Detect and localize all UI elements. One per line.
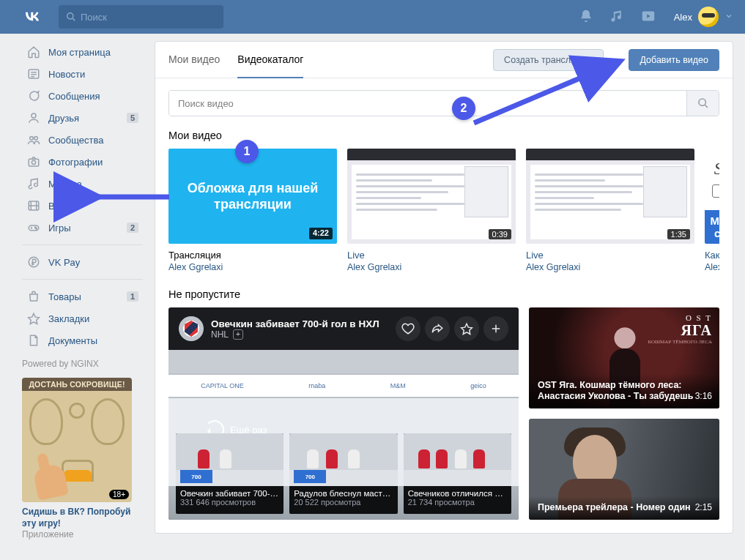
nav-photos[interactable]: Фотографии (22, 151, 143, 173)
ost-logo: O S T ЯГА КОШМАР ТЁМНОГО ЛЕСА (648, 313, 713, 345)
mini-video[interactable]: 700 Радулов блеснул мастерс… 20 522 прос… (289, 433, 397, 514)
nav-label: Фотографии (48, 157, 103, 168)
nav-groups[interactable]: Сообщества (22, 129, 143, 151)
search-icon (66, 12, 76, 22)
svg-marker-22 (29, 313, 40, 324)
video-card-peek[interactable]: Soc Вид Масте скри Как сдела Alex Ggre (705, 149, 719, 272)
featured-main[interactable]: Овечкин забивает 700-й гол в НХЛ NHL+ (168, 307, 519, 520)
nhl-logo-icon (179, 316, 204, 341)
nav-badge: 1 (127, 291, 138, 302)
nav-messages[interactable]: Сообщения (22, 85, 143, 107)
top-bar: Alex (0, 0, 745, 34)
tab-my-videos[interactable]: Мои видео (168, 42, 220, 78)
mini-views: 21 734 просмотра (404, 498, 511, 507)
user-menu[interactable]: Alex (674, 7, 733, 27)
mini-views: 331 646 просмотров (176, 498, 283, 507)
top-icon-group (579, 8, 656, 26)
promo-block[interactable]: ДОСТАНЬ СОКРОВИЩЕ! 18+ Сидишь в ВК? Попр… (22, 378, 132, 540)
age-badge: 18+ (109, 490, 129, 499)
svg-point-20 (36, 228, 37, 229)
video-card[interactable]: 1:35 Live Alex Ggrelaxi (526, 149, 694, 272)
side-duration: 2:15 (695, 502, 712, 512)
svg-point-23 (699, 99, 705, 105)
tab-catalog[interactable]: Видеокаталог (237, 42, 303, 78)
nav-label: Документы (48, 335, 97, 346)
peek-pill: Вид (712, 184, 719, 198)
video-title: Live (526, 250, 694, 261)
chevron-down-icon (724, 12, 733, 23)
like-button[interactable] (396, 316, 420, 341)
user-name: Alex (674, 12, 692, 23)
nav-docs[interactable]: Документы (22, 329, 143, 351)
duration-badge: 4:22 (309, 228, 333, 239)
nav-video[interactable]: Видео (22, 195, 143, 217)
news-icon (26, 67, 41, 81)
video-thumb: Обложка для нашей трансляции4:22 (168, 149, 337, 244)
video-card[interactable]: Обложка для нашей трансляции4:22 Трансля… (168, 149, 337, 272)
tabs-bar: Мои видео Видеокаталог Создать трансляци… (155, 42, 733, 78)
video-search-input[interactable] (169, 91, 686, 116)
video-author[interactable]: Alex Ggrelaxi (347, 262, 516, 272)
svg-line-1 (73, 18, 75, 20)
nav-label: Видео (48, 201, 76, 212)
gamepad-icon (26, 221, 41, 234)
nav-label: Друзья (48, 113, 79, 124)
promo-image: ДОСТАНЬ СОКРОВИЩЕ! 18+ (22, 378, 132, 502)
mini-title: Овечкин забивает 700-й г… (176, 486, 283, 498)
home-icon (26, 45, 41, 59)
video-title: Как сдела (705, 250, 719, 261)
notifications-icon[interactable] (579, 9, 593, 26)
vk-logo-icon[interactable] (22, 6, 44, 29)
video-author[interactable]: Alex Ggrelaxi (168, 262, 337, 272)
svg-point-0 (67, 13, 73, 19)
video-author[interactable]: Alex Ggre (705, 262, 719, 272)
video-author[interactable]: Alex Ggrelaxi (526, 262, 694, 272)
nav-label: Новости (48, 69, 85, 80)
mini-video[interactable]: Свечников отличился в ОТ 21 734 просмотр… (404, 433, 511, 514)
music-icon[interactable] (609, 9, 624, 26)
nav-my-page[interactable]: Моя страница (22, 41, 143, 63)
global-search[interactable] (59, 5, 223, 29)
section-title-dont-miss: Не пропустите (168, 288, 719, 300)
nav-label: VK Pay (48, 257, 80, 268)
plus-icon: + (233, 329, 243, 340)
video-thumb: Soc Вид Масте скри (705, 149, 719, 244)
add-video-button[interactable]: Добавить видео (629, 49, 719, 71)
nav-vkpay[interactable]: VK Pay (22, 251, 143, 273)
side-video-card[interactable]: Премьера трейлера - Номер один 2:15 (529, 419, 719, 520)
mini-title: Свечников отличился в ОТ (404, 486, 511, 498)
nav-market[interactable]: Товары1 (22, 285, 143, 307)
nav-music[interactable]: Музыка (22, 173, 143, 195)
create-stream-button[interactable]: Создать трансляцию (493, 49, 604, 71)
nav-news[interactable]: Новости (22, 63, 143, 85)
nav-friends[interactable]: Друзья5 (22, 107, 143, 129)
share-button[interactable] (425, 316, 450, 341)
avatar (698, 7, 719, 27)
duration-badge: 0:39 (489, 229, 511, 239)
peek-bar: Масте скри (705, 210, 719, 244)
video-card[interactable]: 0:39 Live Alex Ggrelaxi (347, 149, 516, 272)
svg-point-11 (31, 160, 35, 164)
mini-views: 20 522 просмотра (289, 498, 397, 507)
camera-icon (26, 155, 41, 168)
add-button[interactable] (483, 316, 508, 341)
video-player-icon[interactable] (640, 8, 656, 26)
featured-channel[interactable]: NHL+ (211, 329, 379, 340)
bag-icon (26, 290, 41, 303)
mini-video[interactable]: 700 Овечкин забивает 700-й г… 331 646 пр… (176, 433, 283, 514)
video-search-button[interactable] (686, 91, 719, 116)
nav-label: Сообщества (48, 135, 104, 146)
promo-banner: ДОСТАНЬ СОКРОВИЩЕ! (22, 378, 132, 391)
nav-bookmarks[interactable]: Закладки (22, 307, 143, 329)
nav-label: Игры (48, 223, 71, 234)
favorite-button[interactable] (454, 316, 479, 341)
promo-subtitle: Приложение (22, 529, 132, 540)
my-videos-row: Обложка для нашей трансляции4:22 Трансля… (168, 149, 719, 272)
side-video-card[interactable]: O S T ЯГА КОШМАР ТЁМНОГО ЛЕСА OST Яга. К… (529, 307, 719, 408)
main-column: Мои видео Видеокаталог Создать трансляци… (155, 41, 733, 534)
nav-games[interactable]: Игры2 (22, 217, 143, 239)
left-sidebar: Моя страница Новости Сообщения Друзья5 С… (22, 41, 143, 540)
video-thumb: 0:39 (347, 149, 516, 244)
side-duration: 3:16 (695, 391, 712, 401)
global-search-input[interactable] (81, 12, 216, 23)
